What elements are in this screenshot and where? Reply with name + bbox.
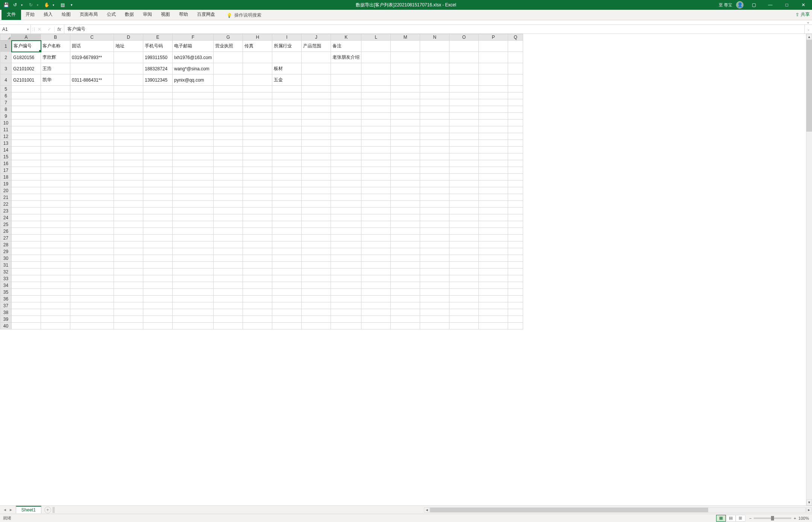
cell[interactable] bbox=[41, 86, 70, 93]
cell[interactable] bbox=[449, 235, 479, 241]
cell[interactable] bbox=[70, 296, 114, 302]
cell[interactable] bbox=[214, 52, 243, 63]
cell[interactable] bbox=[361, 255, 391, 262]
cell[interactable] bbox=[331, 214, 361, 221]
cell[interactable] bbox=[12, 309, 41, 316]
cell[interactable] bbox=[361, 133, 391, 140]
cell[interactable] bbox=[12, 241, 41, 248]
cell[interactable] bbox=[420, 289, 449, 296]
cell[interactable]: 王浩 bbox=[41, 63, 70, 74]
cell[interactable] bbox=[12, 174, 41, 181]
row-header[interactable]: 29 bbox=[0, 248, 12, 255]
cell[interactable] bbox=[70, 241, 114, 248]
column-header-K[interactable]: K bbox=[331, 34, 361, 41]
cell[interactable] bbox=[272, 275, 302, 282]
cell[interactable] bbox=[361, 201, 391, 208]
cell[interactable] bbox=[420, 74, 449, 86]
cell[interactable] bbox=[449, 113, 479, 120]
cell[interactable]: wang*@sina.com bbox=[173, 63, 214, 74]
cell[interactable] bbox=[243, 187, 272, 194]
cell[interactable] bbox=[272, 255, 302, 262]
share-button[interactable]: ⇪ 共享 bbox=[795, 11, 810, 18]
cell[interactable] bbox=[173, 289, 214, 296]
row-header[interactable]: 24 bbox=[0, 214, 12, 221]
cell[interactable] bbox=[12, 208, 41, 214]
cell[interactable] bbox=[361, 302, 391, 309]
cell[interactable] bbox=[508, 282, 523, 289]
cell[interactable] bbox=[508, 52, 523, 63]
cell[interactable] bbox=[479, 208, 508, 214]
cell[interactable] bbox=[420, 106, 449, 113]
cell[interactable] bbox=[391, 235, 420, 241]
cell[interactable] bbox=[479, 269, 508, 275]
cell[interactable] bbox=[302, 113, 331, 120]
cell[interactable] bbox=[508, 167, 523, 174]
cell[interactable] bbox=[214, 255, 243, 262]
cell[interactable] bbox=[243, 235, 272, 241]
cell[interactable]: 产品范围 bbox=[302, 41, 331, 52]
cell[interactable] bbox=[331, 235, 361, 241]
cell[interactable] bbox=[302, 221, 331, 228]
cell[interactable] bbox=[479, 174, 508, 181]
add-sheet-button[interactable]: + bbox=[44, 507, 51, 513]
cell[interactable] bbox=[479, 323, 508, 329]
cell[interactable] bbox=[70, 147, 114, 153]
cell[interactable] bbox=[391, 275, 420, 282]
row-header[interactable]: 16 bbox=[0, 160, 12, 167]
cell[interactable] bbox=[361, 113, 391, 120]
cell[interactable] bbox=[361, 228, 391, 235]
cell[interactable] bbox=[41, 282, 70, 289]
cell[interactable] bbox=[70, 262, 114, 269]
cell[interactable] bbox=[420, 194, 449, 201]
cell[interactable] bbox=[114, 316, 143, 323]
cell[interactable] bbox=[243, 160, 272, 167]
cell[interactable] bbox=[214, 235, 243, 241]
cell[interactable] bbox=[173, 323, 214, 329]
cell[interactable] bbox=[114, 140, 143, 147]
cell[interactable] bbox=[70, 214, 114, 221]
cell[interactable] bbox=[70, 174, 114, 181]
cell[interactable] bbox=[331, 289, 361, 296]
cell[interactable] bbox=[41, 147, 70, 153]
cell[interactable] bbox=[243, 133, 272, 140]
cell[interactable] bbox=[272, 86, 302, 93]
cell[interactable] bbox=[70, 194, 114, 201]
close-button[interactable]: ✕ bbox=[797, 0, 810, 10]
cell[interactable] bbox=[272, 262, 302, 269]
cell[interactable] bbox=[70, 309, 114, 316]
cell[interactable] bbox=[243, 147, 272, 153]
cell[interactable] bbox=[508, 275, 523, 282]
cell[interactable] bbox=[508, 262, 523, 269]
cell[interactable] bbox=[331, 323, 361, 329]
cell[interactable] bbox=[12, 194, 41, 201]
cell[interactable] bbox=[41, 174, 70, 181]
horizontal-scrollbar[interactable]: ◄ ► bbox=[424, 507, 812, 513]
cell[interactable] bbox=[143, 262, 173, 269]
cell[interactable] bbox=[479, 147, 508, 153]
cell[interactable] bbox=[143, 208, 173, 214]
ribbon-display-options-icon[interactable]: ▢ bbox=[747, 0, 760, 10]
cell[interactable] bbox=[272, 99, 302, 106]
cell[interactable] bbox=[12, 262, 41, 269]
vscroll-track[interactable] bbox=[806, 40, 812, 499]
cell[interactable] bbox=[361, 120, 391, 126]
cell[interactable] bbox=[449, 106, 479, 113]
cell[interactable] bbox=[361, 140, 391, 147]
cell[interactable] bbox=[361, 106, 391, 113]
cell[interactable] bbox=[272, 269, 302, 275]
cell[interactable] bbox=[420, 93, 449, 99]
cell[interactable] bbox=[449, 194, 479, 201]
cell[interactable] bbox=[243, 316, 272, 323]
cell[interactable] bbox=[361, 181, 391, 187]
cell[interactable] bbox=[143, 174, 173, 181]
cell[interactable] bbox=[331, 74, 361, 86]
cell[interactable] bbox=[331, 221, 361, 228]
cell[interactable] bbox=[420, 214, 449, 221]
cell[interactable] bbox=[12, 147, 41, 153]
cell[interactable] bbox=[214, 74, 243, 86]
cell[interactable] bbox=[70, 99, 114, 106]
cell[interactable]: G2101002 bbox=[12, 63, 41, 74]
cell[interactable] bbox=[391, 262, 420, 269]
cell[interactable] bbox=[143, 221, 173, 228]
cell[interactable] bbox=[479, 140, 508, 147]
